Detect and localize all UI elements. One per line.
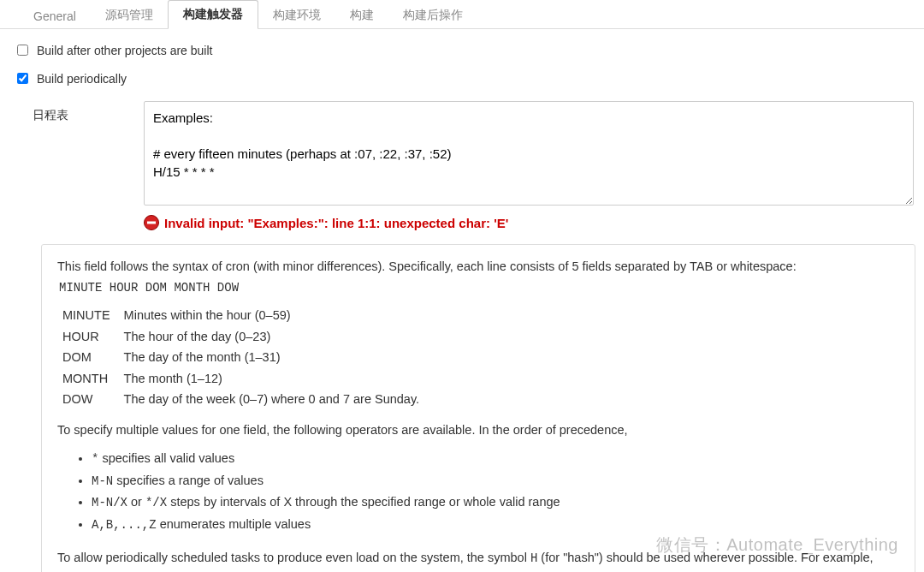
table-row: DOWThe day of the week (0–7) where 0 and…	[62, 389, 426, 409]
schedule-error-text: Invalid input: "Examples:": line 1:1: un…	[164, 216, 508, 230]
tab-build-triggers[interactable]: 构建触发器	[168, 0, 258, 29]
tab-post-build[interactable]: 构建后操作	[388, 2, 477, 29]
schedule-error: Invalid input: "Examples:": line 1:1: un…	[144, 215, 914, 230]
tab-build-env[interactable]: 构建环境	[258, 2, 335, 29]
config-tabs: General 源码管理 构建触发器 构建环境 构建 构建后操作	[0, 0, 924, 29]
error-icon	[144, 215, 159, 230]
tab-scm[interactable]: 源码管理	[91, 2, 168, 29]
list-item: A,B,...,Z enumerates multiple values	[92, 514, 899, 536]
help-ops-list: * specifies all valid values M-N specifi…	[76, 448, 899, 536]
table-row: DOMThe day of the month (1–31)	[62, 347, 426, 367]
row-build-periodically: Build periodically	[7, 64, 924, 92]
table-row: MINUTEMinutes within the hour (0–59)	[62, 305, 426, 325]
list-item: * specifies all valid values	[92, 448, 899, 470]
list-item: M-N/X or */X steps by intervals of X thr…	[92, 492, 899, 514]
tab-general[interactable]: General	[19, 3, 91, 29]
tab-build[interactable]: 构建	[335, 2, 388, 29]
table-row: MONTHThe month (1–12)	[62, 368, 426, 389]
help-intro: This field follows the syntax of cron (w…	[57, 257, 899, 276]
triggers-panel: Build after other projects are built Bui…	[0, 29, 924, 572]
svg-rect-1	[147, 222, 156, 224]
label-build-periodically: Build periodically	[37, 72, 127, 86]
list-item: M-N specifies a range of values	[92, 470, 899, 492]
schedule-textarea[interactable]	[144, 101, 914, 206]
help-hash-paragraph: To allow periodically scheduled tasks to…	[57, 548, 899, 572]
schedule-block: 日程表 Invalid input: "Examples:": line 1:1…	[7, 92, 924, 230]
help-ops-intro: To specify multiple values for one field…	[57, 420, 899, 439]
checkbox-build-periodically[interactable]	[17, 73, 28, 84]
table-row: HOURThe hour of the day (0–23)	[62, 326, 426, 347]
label-build-after-others: Build after other projects are built	[37, 44, 212, 57]
help-syntax: MINUTE HOUR DOM MONTH DOW	[59, 279, 899, 298]
schedule-label: 日程表	[33, 101, 144, 230]
checkbox-build-after-others[interactable]	[17, 45, 28, 56]
cron-help: This field follows the syntax of cron (w…	[41, 244, 915, 572]
row-build-after-others: Build after other projects are built	[7, 36, 924, 64]
help-fields-table: MINUTEMinutes within the hour (0–59) HOU…	[62, 305, 426, 409]
